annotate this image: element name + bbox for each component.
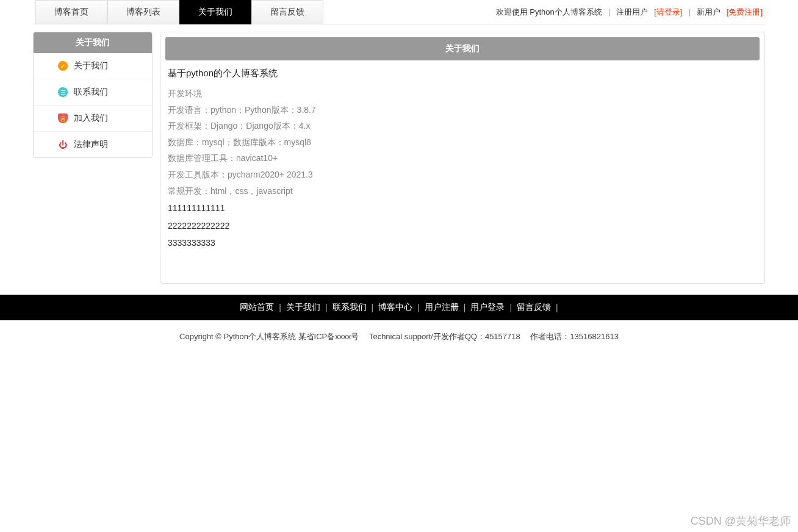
contact-icon: ☰	[58, 87, 68, 97]
content-extra: 3333333333	[168, 235, 757, 251]
footer-links: 网站首页| 关于我们| 联系我们| 博客中心| 用户注册| 用户登录| 留言反馈…	[0, 295, 798, 320]
sidebar-item-label: 法律声明	[74, 139, 108, 150]
separator: |	[372, 303, 374, 312]
sidebar-item-about[interactable]: ✓ 关于我们	[34, 53, 152, 79]
footer-link-contact[interactable]: 联系我们	[332, 302, 367, 313]
sidebar-item-label: 关于我们	[74, 60, 108, 71]
sidebar-item-label: 联系我们	[74, 87, 108, 98]
separator: |	[556, 303, 558, 312]
welcome-text: 欢迎使用 Python个人博客系统	[496, 7, 602, 18]
content-line: 开发框架：Django；Django版本：4.x	[168, 118, 757, 134]
tab-list[interactable]: 博客列表	[107, 0, 179, 24]
power-icon: ⏻	[58, 140, 68, 149]
footer-link-feedback[interactable]: 留言反馈	[517, 302, 551, 313]
top-right: 欢迎使用 Python个人博客系统 | 注册用户 [请登录] | 新用户 [免费…	[496, 7, 763, 18]
content-panel: 关于我们 基于python的个人博客系统 开发环境 开发语言：python；Py…	[160, 32, 765, 284]
about-icon: ✓	[58, 61, 68, 71]
content-body: 基于python的个人博客系统 开发环境 开发语言：python；Python版…	[165, 60, 760, 259]
content-header: 关于我们	[165, 37, 760, 60]
tab-home[interactable]: 博客首页	[35, 0, 107, 24]
separator: |	[464, 303, 466, 312]
footer-link-register[interactable]: 用户注册	[425, 302, 459, 313]
sidebar-item-label: 加入我们	[74, 113, 108, 124]
sidebar-item-join[interactable]: 🔒 加入我们	[34, 106, 152, 132]
content-line: 开发环境	[168, 85, 757, 102]
new-user-label: 新用户	[697, 7, 721, 18]
content-title: 基于python的个人博客系统	[168, 68, 757, 79]
footer-dark: 网站首页| 关于我们| 联系我们| 博客中心| 用户注册| 用户登录| 留言反馈…	[0, 295, 798, 320]
footer-link-login[interactable]: 用户登录	[470, 302, 505, 313]
footer-link-blog[interactable]: 博客中心	[378, 302, 412, 313]
sidebar-title: 关于我们	[34, 32, 152, 53]
separator: |	[279, 303, 281, 312]
sidebar-item-contact[interactable]: ☰ 联系我们	[34, 79, 152, 106]
content-line: 开发语言：python；Python版本：3.8.7	[168, 102, 757, 118]
sidebar-item-legal[interactable]: ⏻ 法律声明	[34, 132, 152, 157]
footer-link-about[interactable]: 关于我们	[286, 302, 320, 313]
content-line: 常规开发：html，css，javascript	[168, 183, 757, 200]
reg-user-label: 注册用户	[616, 7, 648, 18]
separator: |	[608, 7, 610, 16]
separator: |	[688, 7, 690, 16]
separator: |	[417, 303, 420, 312]
content-extra: 2222222222222	[168, 218, 757, 234]
sidebar: 关于我们 ✓ 关于我们 ☰ 联系我们 🔒 加入我们 ⏻ 法律声明	[33, 32, 153, 158]
tab-feedback[interactable]: 留言反馈	[251, 0, 323, 24]
footer-copyright: Copyright © Python个人博客系统 某省ICP备xxxx号 Tec…	[0, 320, 798, 353]
content-extra: 111111111111	[168, 200, 757, 217]
tab-about[interactable]: 关于我们	[179, 0, 251, 24]
content-line: 数据库管理工具：navicat10+	[168, 150, 757, 167]
separator: |	[509, 303, 512, 312]
lock-icon: 🔒	[58, 113, 68, 123]
top-nav: 博客首页 博客列表 关于我们 留言反馈 欢迎使用 Python个人博客系统 | …	[33, 0, 765, 24]
register-link[interactable]: [免费注册]	[727, 7, 763, 18]
separator: |	[325, 303, 328, 312]
content-line: 开发工具版本：pycharm2020+ 2021.3	[168, 167, 757, 183]
nav-tabs: 博客首页 博客列表 关于我们 留言反馈	[35, 0, 323, 24]
content-line: 数据库：mysql；数据库版本：mysql8	[168, 134, 757, 151]
login-link[interactable]: [请登录]	[654, 7, 682, 18]
footer-link-home[interactable]: 网站首页	[240, 302, 274, 313]
